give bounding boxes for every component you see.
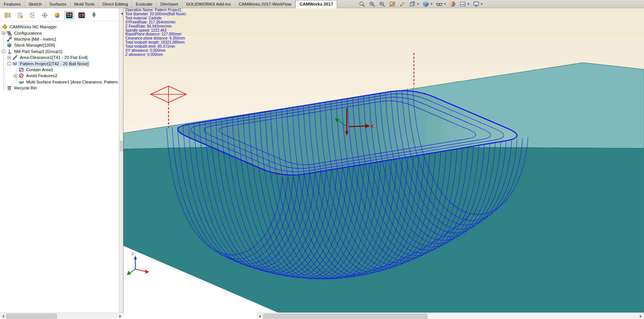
view-settings-icon: [473, 1, 480, 7]
overlay-line: XYFeedRate: 217.354mm/min: [125, 20, 186, 25]
zoom-to-area-icon: [369, 1, 376, 7]
camworks-operation-tree-tab[interactable]: [77, 11, 87, 19]
menu-tab-dimxpert[interactable]: DimXpert: [157, 0, 182, 8]
menu-tab-camworks-2017-workflow[interactable]: CAMWorks 2017-WorkFlow: [235, 0, 295, 8]
avoid-features-icon: [19, 73, 24, 78]
panel-splitter[interactable]: [119, 8, 123, 313]
configurationmanager-tab[interactable]: [28, 11, 37, 19]
tree-item-multi-surface-feature[interactable]: Multi Surface Feature1 [Area Clearance, …: [0, 79, 119, 85]
machine-icon: [7, 37, 12, 42]
tree-item-label: Recycle Bin: [13, 86, 38, 90]
menu-tab-evaluate[interactable]: Evaluate: [132, 0, 157, 8]
featuremanager-tab[interactable]: [3, 11, 13, 19]
menu-tab-surfaces[interactable]: Surfaces: [46, 0, 70, 8]
scrollbar-thumb[interactable]: [6, 314, 57, 319]
expand-plus-icon[interactable]: +: [7, 56, 11, 59]
displaymanager-tab-icon: [54, 12, 60, 18]
scroll-left-icon[interactable]: [257, 313, 263, 319]
viewport-horizontal-scrollbar[interactable]: [257, 313, 644, 319]
splitter-handle[interactable]: [120, 141, 123, 151]
zoom-to-area-button[interactable]: [369, 0, 376, 8]
section-view-button[interactable]: [389, 0, 396, 8]
view-settings-button[interactable]: [473, 0, 483, 8]
tree-item-configurations[interactable]: + Configurations: [0, 30, 119, 36]
scroll-left-icon[interactable]: [0, 313, 6, 319]
panel-horizontal-scrollbar[interactable]: [0, 313, 123, 319]
tree-item-label: Mill Part Setup1 [Group1]: [13, 49, 63, 54]
zoom-to-fit-button[interactable]: [359, 0, 365, 8]
panel-collapse-icon[interactable]: [120, 11, 123, 16]
propertymanager-tab[interactable]: [15, 11, 25, 19]
menu-tab-solidworks-add-ins[interactable]: SOLIDWORKS Add-Ins: [182, 0, 235, 8]
collapse-minus-icon[interactable]: -: [2, 50, 5, 53]
tree-item-label: Contain Area1: [25, 67, 54, 72]
hide-show-items-icon: [436, 1, 443, 7]
view-orientation-button[interactable]: [409, 0, 419, 8]
drawing-view-icon: [399, 1, 406, 7]
nc-manager-icon: [2, 24, 7, 29]
stock-manager-icon: [7, 42, 12, 48]
display-style-button[interactable]: [422, 0, 433, 8]
tree-item-mill-part-setup[interactable]: - Mill Part Setup1 [Group1]: [0, 48, 119, 54]
configurationmanager-tab-icon: [29, 12, 36, 18]
apply-scene-icon: [459, 1, 466, 7]
pattern-project-icon: [12, 61, 18, 66]
chevron-down-icon[interactable]: [430, 3, 433, 5]
camworks-operation-tree-tab-icon: [78, 12, 85, 18]
edit-appearance-icon: [449, 1, 456, 7]
collapse-minus-icon[interactable]: -: [7, 62, 11, 65]
tree-item-label: Pattern Project1[T42 - 20 Ball Nose]: [19, 61, 89, 66]
menu-tab-features[interactable]: Features: [0, 0, 25, 8]
previous-view-button[interactable]: [379, 0, 386, 8]
x-axis-label: X: [370, 123, 374, 129]
menu-tab-sketch[interactable]: Sketch: [25, 0, 45, 8]
menu-tab-camworks-2017[interactable]: CAMWorks 2017: [295, 0, 337, 8]
contain-area-icon: [19, 67, 24, 72]
operation-info-overlay: Operation Name: Pattern Project1 Tool di…: [125, 8, 186, 57]
tree-item-label: CAMWorks NC Manager: [9, 25, 57, 29]
tree-item-avoid-features[interactable]: + Avoid Features2: [0, 73, 119, 79]
drawing-view-button[interactable]: [399, 0, 406, 8]
scrollbar-thumb[interactable]: [263, 314, 427, 319]
camworks-feature-tree-tab[interactable]: [65, 11, 74, 19]
hide-show-items-button[interactable]: [436, 0, 446, 8]
displaymanager-tab[interactable]: [52, 11, 62, 19]
graphics-area[interactable]: X Z Operation Name: Pattern Project1 Too…: [123, 8, 644, 319]
expand-plus-icon[interactable]: +: [14, 74, 17, 78]
apply-scene-button[interactable]: [459, 0, 469, 8]
feature-tree-panel: CAMWorks NC Manager + Configurations Mac…: [0, 8, 119, 313]
scroll-right-icon[interactable]: [638, 313, 644, 319]
tree-item-pattern-project[interactable]: - Pattern Project1[T42 - 20 Ball Nose]: [0, 60, 119, 66]
featuremanager-tab-icon: [4, 12, 11, 18]
tree-item-stock-manager[interactable]: Stock Manager[1005]: [0, 42, 119, 48]
3d-scene[interactable]: X Z: [123, 8, 644, 319]
headsup-toolbar: [359, 0, 483, 8]
camworks-tools-tab-icon: [91, 12, 97, 18]
tree-item-recycle-bin[interactable]: Recycle Bin: [0, 85, 119, 91]
zoom-to-fit-icon: [359, 1, 365, 7]
area-clearance-icon: [12, 55, 18, 60]
chevron-down-icon[interactable]: [481, 3, 483, 5]
tree-item-machine[interactable]: Machine [Mill - metric]: [0, 36, 119, 42]
menu-tab-bar: Features Sketch Surfaces Mold Tools Dire…: [0, 0, 644, 8]
dimxpertmanager-tab[interactable]: [40, 11, 50, 19]
camworks-feature-tree-tab-icon: [66, 12, 73, 18]
tree-item-label: Area Clearance1[T41 - 20 Flat End]: [19, 55, 88, 60]
propertymanager-tab-icon: [17, 12, 23, 18]
chevron-down-icon[interactable]: [417, 3, 419, 5]
display-style-icon: [422, 1, 429, 7]
tree-item-contain-area[interactable]: Contain Area1: [0, 67, 119, 73]
overlay-line: Z allowance: 0.000mm: [125, 53, 186, 57]
camworks-tools-tab[interactable]: [89, 11, 99, 19]
menu-tab-direct-editing[interactable]: Direct Editing: [99, 0, 132, 8]
expand-plus-icon[interactable]: +: [2, 31, 5, 35]
chevron-down-icon[interactable]: [444, 3, 446, 5]
panel-tab-strip: [0, 8, 119, 21]
edit-appearance-button[interactable]: [449, 0, 456, 8]
scroll-right-icon[interactable]: [117, 313, 123, 319]
configurations-icon: [7, 31, 12, 36]
tree-item-nc-manager[interactable]: CAMWorks NC Manager: [0, 24, 119, 30]
chevron-down-icon[interactable]: [467, 3, 469, 5]
menu-tab-mold-tools[interactable]: Mold Tools: [70, 0, 99, 8]
tree-item-area-clearance[interactable]: + Area Clearance1[T41 - 20 Flat End]: [0, 54, 119, 60]
